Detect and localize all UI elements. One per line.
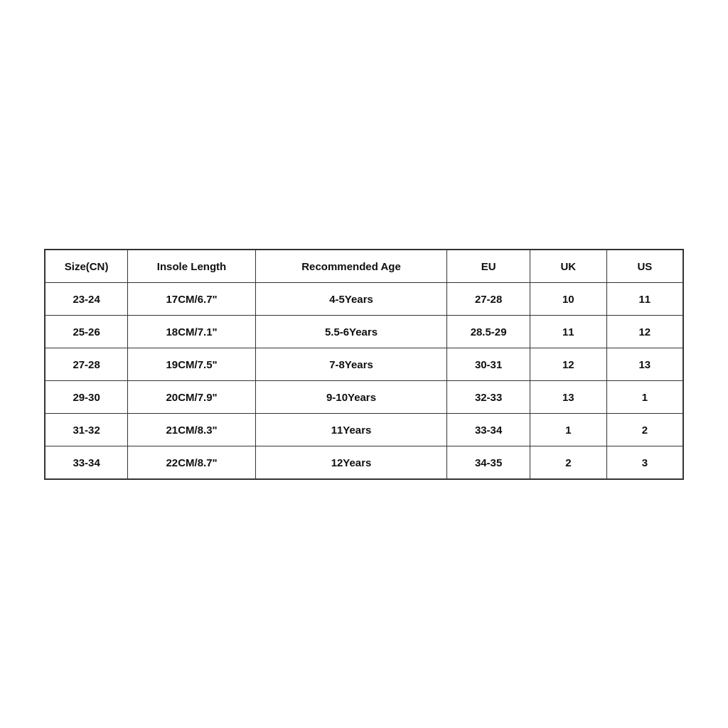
cell-insole: 17CM/6.7" — [128, 282, 256, 315]
table-row: 33-34 22CM/8.7" 12Years 34-35 2 3 — [45, 446, 683, 479]
cell-size: 27-28 — [45, 348, 128, 380]
cell-us: 3 — [606, 446, 683, 479]
header-eu: EU — [447, 250, 530, 283]
cell-eu: 27-28 — [447, 282, 530, 315]
table-row: 27-28 19CM/7.5" 7-8Years 30-31 12 13 — [45, 348, 683, 380]
cell-uk: 2 — [530, 446, 606, 479]
cell-uk: 13 — [530, 380, 606, 413]
header-us: US — [606, 250, 683, 283]
cell-us: 12 — [606, 315, 683, 348]
cell-uk: 12 — [530, 348, 606, 380]
cell-age: 7-8Years — [255, 348, 446, 380]
size-chart-container: Size(CN) Insole Length Recommended Age E… — [44, 249, 684, 480]
size-chart-table: Size(CN) Insole Length Recommended Age E… — [44, 249, 684, 480]
header-age: Recommended Age — [255, 250, 446, 283]
cell-us: 11 — [606, 282, 683, 315]
cell-age: 9-10Years — [255, 380, 446, 413]
table-row: 29-30 20CM/7.9" 9-10Years 32-33 13 1 — [45, 380, 683, 413]
cell-eu: 28.5-29 — [447, 315, 530, 348]
cell-size: 29-30 — [45, 380, 128, 413]
cell-size: 33-34 — [45, 446, 128, 479]
cell-size: 23-24 — [45, 282, 128, 315]
cell-age: 11Years — [255, 413, 446, 446]
cell-eu: 33-34 — [447, 413, 530, 446]
cell-size: 25-26 — [45, 315, 128, 348]
header-uk: UK — [530, 250, 606, 283]
cell-eu: 34-35 — [447, 446, 530, 479]
header-size: Size(CN) — [45, 250, 128, 283]
cell-us: 13 — [606, 348, 683, 380]
cell-insole: 20CM/7.9" — [128, 380, 256, 413]
table-header-row: Size(CN) Insole Length Recommended Age E… — [45, 250, 683, 283]
cell-age: 12Years — [255, 446, 446, 479]
cell-uk: 10 — [530, 282, 606, 315]
table-row: 31-32 21CM/8.3" 11Years 33-34 1 2 — [45, 413, 683, 446]
cell-us: 2 — [606, 413, 683, 446]
cell-uk: 11 — [530, 315, 606, 348]
cell-insole: 22CM/8.7" — [128, 446, 256, 479]
cell-insole: 18CM/7.1" — [128, 315, 256, 348]
table-row: 23-24 17CM/6.7" 4-5Years 27-28 10 11 — [45, 282, 683, 315]
cell-insole: 21CM/8.3" — [128, 413, 256, 446]
cell-size: 31-32 — [45, 413, 128, 446]
cell-eu: 32-33 — [447, 380, 530, 413]
header-insole: Insole Length — [128, 250, 256, 283]
cell-age: 5.5-6Years — [255, 315, 446, 348]
table-row: 25-26 18CM/7.1" 5.5-6Years 28.5-29 11 12 — [45, 315, 683, 348]
cell-age: 4-5Years — [255, 282, 446, 315]
cell-insole: 19CM/7.5" — [128, 348, 256, 380]
cell-us: 1 — [606, 380, 683, 413]
cell-uk: 1 — [530, 413, 606, 446]
cell-eu: 30-31 — [447, 348, 530, 380]
